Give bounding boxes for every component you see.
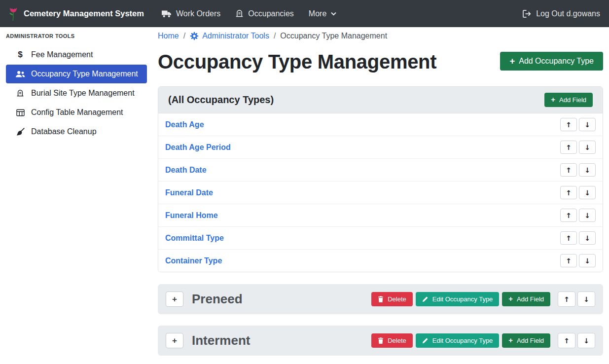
sidebar-item-label: Config Table Management: [31, 108, 123, 117]
reorder-controls: ↑ ↓: [560, 231, 596, 245]
edit-occupancy-type-button[interactable]: Edit Occupancy Type: [416, 292, 500, 306]
move-down-button[interactable]: ↓: [579, 163, 596, 177]
nav-more[interactable]: More: [309, 9, 336, 18]
field-row: Committal Type ↑ ↓: [158, 227, 603, 250]
field-link[interactable]: Funeral Date: [165, 188, 213, 197]
expand-button[interactable]: +: [166, 333, 183, 348]
gear-icon: [190, 32, 199, 40]
edit-occupancy-type-label: Edit Occupancy Type: [432, 337, 493, 344]
chevron-down-icon: [331, 12, 336, 16]
reorder-controls: ↑ ↓: [558, 333, 595, 348]
add-field-label: Add Field: [517, 295, 544, 303]
move-down-button[interactable]: ↓: [579, 186, 596, 199]
field-row: Funeral Home ↑ ↓: [158, 204, 603, 227]
field-link[interactable]: Committal Type: [165, 234, 224, 243]
app-brand[interactable]: Cemetery Management System: [8, 6, 144, 21]
delete-button[interactable]: Delete: [371, 333, 413, 348]
breadcrumb-admin-tools[interactable]: Administrator Tools: [190, 32, 269, 40]
sidebar: Administrator Tools $ Fee Management Occ…: [0, 27, 153, 142]
move-up-button[interactable]: ↑: [558, 291, 575, 307]
reorder-controls: ↑ ↓: [560, 254, 596, 267]
sidebar-item-label: Occupancy Type Management: [31, 70, 138, 78]
headstone-icon: [15, 89, 26, 97]
sidebar-item-occupancy-type-management[interactable]: Occupancy Type Management: [6, 65, 147, 83]
field-link[interactable]: Funeral Home: [165, 211, 218, 220]
dollar-icon: $: [15, 50, 26, 60]
move-up-button[interactable]: ↑: [560, 118, 577, 131]
reorder-controls: ↑ ↓: [560, 163, 596, 177]
sidebar-item-database-cleanup[interactable]: Database Cleanup: [6, 122, 147, 141]
sidebar-heading: Administrator Tools: [0, 33, 153, 45]
add-field-button[interactable]: + Add Field: [502, 292, 550, 306]
move-down-button[interactable]: ↓: [579, 254, 596, 267]
truck-icon: [162, 10, 172, 18]
sidebar-item-label: Database Cleanup: [31, 127, 97, 136]
edit-occupancy-type-button[interactable]: Edit Occupancy Type: [416, 333, 500, 348]
all-occupancy-types-header: (All Occupancy Types) + Add Field: [158, 87, 603, 113]
add-occupancy-type-button[interactable]: + Add Occupancy Type: [500, 52, 603, 71]
move-down-button[interactable]: ↓: [579, 141, 596, 154]
field-row: Death Date ↑ ↓: [158, 159, 603, 182]
add-field-label: Add Field: [559, 96, 586, 104]
users-icon: [15, 71, 26, 78]
all-occupancy-types-card: (All Occupancy Types) + Add Field Death …: [158, 86, 603, 272]
add-occupancy-type-label: Add Occupancy Type: [519, 57, 594, 66]
sidebar-item-label: Burial Site Type Management: [31, 89, 135, 98]
field-link[interactable]: Death Date: [165, 166, 207, 175]
brand-label: Cemetery Management System: [24, 9, 144, 18]
move-up-button[interactable]: ↑: [560, 231, 577, 245]
delete-label: Delete: [388, 337, 406, 344]
move-down-button[interactable]: ↓: [579, 231, 596, 245]
reorder-controls: ↑ ↓: [560, 186, 596, 199]
breadcrumb-home[interactable]: Home: [158, 32, 179, 40]
add-field-button[interactable]: + Add Field: [502, 333, 550, 348]
nav-more-label: More: [309, 9, 326, 18]
field-link[interactable]: Death Age Period: [165, 143, 231, 152]
card-title: (All Occupancy Types): [168, 94, 274, 106]
nav-occupancies-label: Occupancies: [248, 9, 294, 18]
nav-occupancies[interactable]: Occupancies: [235, 9, 294, 18]
move-down-button[interactable]: ↓: [579, 209, 596, 222]
top-navbar: Cemetery Management System Work Orders O…: [0, 0, 609, 27]
expand-button[interactable]: +: [166, 291, 183, 307]
field-row: Death Age ↑ ↓: [158, 113, 603, 136]
move-up-button[interactable]: ↑: [560, 209, 577, 222]
add-field-button[interactable]: + Add Field: [544, 93, 593, 107]
page-header: Occupancy Type Management + Add Occupanc…: [158, 49, 603, 74]
trash-icon: [378, 337, 384, 344]
move-up-button[interactable]: ↑: [560, 254, 577, 267]
logout-link[interactable]: Log Out d.gowans: [523, 9, 600, 18]
delete-button[interactable]: Delete: [371, 292, 413, 306]
breadcrumb-current: Occupancy Type Management: [280, 32, 387, 40]
nav-work-orders-label: Work Orders: [176, 9, 220, 18]
sidebar-item-config-table-management[interactable]: Config Table Management: [6, 103, 147, 122]
move-down-button[interactable]: ↓: [577, 291, 595, 307]
sidebar-item-burial-site-type-management[interactable]: Burial Site Type Management: [6, 84, 147, 103]
field-link[interactable]: Death Age: [165, 120, 204, 129]
move-down-button[interactable]: ↓: [579, 118, 596, 131]
breadcrumb-separator: /: [274, 32, 276, 40]
occupancy-type-section: + Interment Delete Edit Occup: [158, 326, 603, 356]
move-up-button[interactable]: ↑: [558, 333, 575, 348]
pencil-icon: [422, 296, 429, 302]
section-actions: Delete Edit Occupancy Type + Add Field ↑: [371, 291, 595, 307]
reorder-controls: ↑ ↓: [560, 118, 596, 131]
main-content: Home / Administrator Tools / Occupancy T…: [153, 27, 609, 364]
table-icon: [15, 109, 26, 116]
reorder-controls: ↑ ↓: [558, 291, 595, 307]
move-up-button[interactable]: ↑: [560, 141, 577, 154]
sidebar-item-fee-management[interactable]: $ Fee Management: [6, 45, 147, 64]
field-row: Funeral Date ↑ ↓: [158, 182, 603, 204]
edit-occupancy-type-label: Edit Occupancy Type: [432, 295, 493, 303]
move-down-button[interactable]: ↓: [577, 333, 595, 348]
occupancy-type-section: + Preneed Delete Edit Occupan: [158, 284, 603, 314]
move-up-button[interactable]: ↑: [560, 186, 577, 199]
nav-work-orders[interactable]: Work Orders: [162, 9, 220, 18]
add-field-label: Add Field: [517, 337, 544, 344]
field-link[interactable]: Container Type: [165, 256, 222, 265]
pencil-icon: [422, 337, 429, 344]
page-layout: Administrator Tools $ Fee Management Occ…: [0, 27, 609, 364]
move-up-button[interactable]: ↑: [560, 163, 577, 177]
field-row: Death Age Period ↑ ↓: [158, 136, 603, 159]
sidebar-item-label: Fee Management: [31, 50, 93, 59]
